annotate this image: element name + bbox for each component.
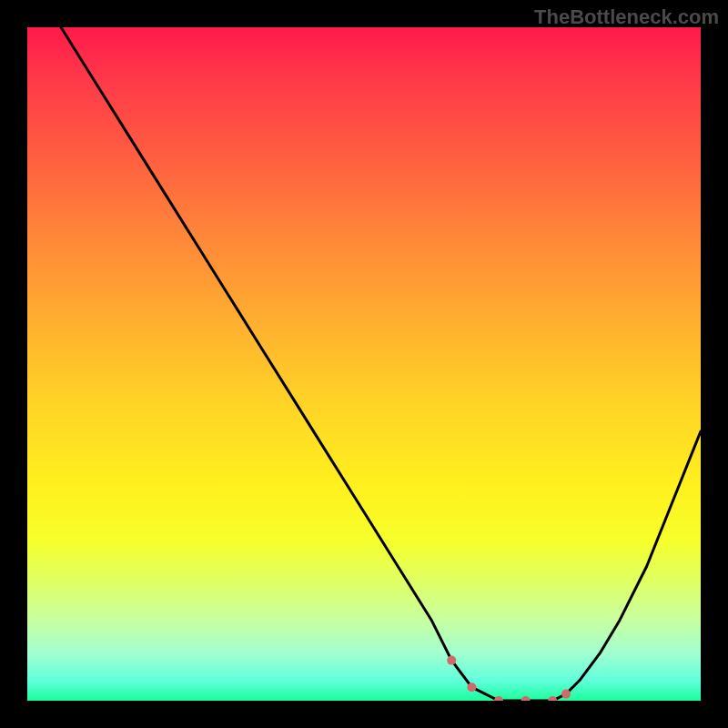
marker-dot [447, 656, 456, 665]
curve-path [61, 27, 701, 701]
watermark-text: TheBottleneck.com [534, 5, 719, 29]
marker-dot [561, 690, 571, 699]
optimal-markers [447, 656, 571, 701]
marker-dot [548, 696, 557, 701]
marker-dot [467, 682, 476, 692]
marker-dot [494, 696, 503, 701]
chart-svg [27, 27, 701, 701]
chart-plot-area [27, 27, 701, 701]
bottleneck-curve [61, 27, 701, 701]
marker-dot [521, 696, 531, 701]
